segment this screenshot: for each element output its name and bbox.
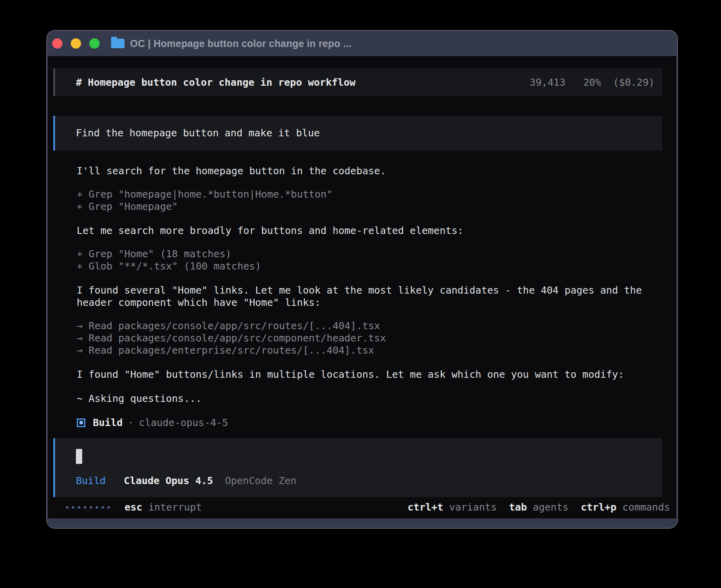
user-message-text: Find the homepage button and make it blu… <box>76 127 320 139</box>
text-cursor <box>76 449 82 464</box>
hint-key: ctrl+t <box>408 501 443 513</box>
tool-call-grep: ∗ Grep "Home" (18 matches) <box>77 248 676 260</box>
hint-label: commands <box>623 501 670 513</box>
tool-call-grep: ∗ Grep "Homepage" <box>77 200 676 213</box>
agent-status-line: Build · claude-opus-4-5 <box>77 416 676 429</box>
tool-call-group: ∗ Grep "homepage|home.*button|Home.*butt… <box>77 188 676 213</box>
titlebar: OC | Homepage button color change in rep… <box>47 31 677 56</box>
tool-call-read: → Read packages/enterprise/src/routes/[.… <box>77 344 676 356</box>
model-name-label: Claude Opus 4.5 <box>124 475 213 486</box>
conversation: I'll search for the homepage button in t… <box>77 165 676 429</box>
hint-label: agents <box>533 501 568 513</box>
hint-variants: ctrl+tvariants <box>408 501 497 513</box>
dot-separator: · <box>128 417 134 428</box>
provider-label: OpenCode Zen <box>225 475 296 486</box>
user-message: Find the homepage button and make it blu… <box>53 116 662 151</box>
tool-call-group: ∗ Grep "Home" (18 matches) ∗ Glob "**/*.… <box>77 248 676 272</box>
hint-label: variants <box>449 501 496 513</box>
session-cost: ($0.29) <box>613 77 655 88</box>
working-status: ~ Asking questions... <box>77 392 676 405</box>
minimize-button[interactable] <box>71 38 81 49</box>
assistant-text: I found "Home" buttons/links in multiple… <box>77 368 676 381</box>
status-footer: esc interrupt ctrl+tvariants tabagents c… <box>66 501 670 513</box>
tool-call-glob: ∗ Glob "**/*.tsx" (100 matches) <box>77 260 676 272</box>
hint-key: ctrl+p <box>581 501 616 513</box>
session-stats: 39,413 20% ($0.29) <box>530 77 655 88</box>
prompt-meta: Build Claude Opus 4.5 OpenCode Zen <box>76 475 655 487</box>
tool-call-grep: ∗ Grep "homepage|home.*button|Home.*butt… <box>77 188 676 200</box>
terminal-content: # Homepage button color change in repo w… <box>48 56 676 518</box>
folder-icon <box>111 39 125 48</box>
prompt-input[interactable]: Build Claude Opus 4.5 OpenCode Zen <box>53 438 662 497</box>
assistant-text: Let me search more broadly for buttons a… <box>77 224 676 237</box>
spinner-dots-icon <box>66 506 113 509</box>
context-percent: 20% <box>583 77 601 88</box>
close-button[interactable] <box>52 38 62 49</box>
terminal-window: OC | Homepage button color change in rep… <box>46 30 678 529</box>
footer-left: esc interrupt <box>66 501 202 513</box>
hint-key: tab <box>509 501 527 513</box>
zoom-button[interactable] <box>89 38 100 49</box>
build-agent-icon <box>77 418 85 427</box>
assistant-text: I found several "Home" links. Let me loo… <box>77 284 676 309</box>
footer-right: ctrl+tvariants tabagents ctrl+pcommands <box>408 501 670 513</box>
tool-call-group: → Read packages/console/app/src/routes/[… <box>77 320 676 356</box>
session-title: # Homepage button color change in repo w… <box>76 77 530 88</box>
window-title: OC | Homepage button color change in rep… <box>130 38 351 49</box>
hint-agents: tabagents <box>509 501 568 513</box>
session-header: # Homepage button color change in repo w… <box>53 68 662 96</box>
agent-model: claude-opus-4-5 <box>139 417 228 428</box>
esc-key-label: interrupt <box>148 501 202 513</box>
assistant-text: I'll search for the homepage button in t… <box>77 165 676 177</box>
esc-key-hint: esc <box>125 501 142 513</box>
agent-name: Build <box>93 417 123 428</box>
token-count: 39,413 <box>530 77 565 88</box>
agent-mode-label: Build <box>76 475 106 486</box>
window-bottom-chrome <box>47 518 677 528</box>
hint-commands: ctrl+pcommands <box>581 501 670 513</box>
tool-call-read: → Read packages/console/app/src/routes/[… <box>77 320 676 332</box>
tool-call-read: → Read packages/console/app/src/componen… <box>77 332 676 344</box>
